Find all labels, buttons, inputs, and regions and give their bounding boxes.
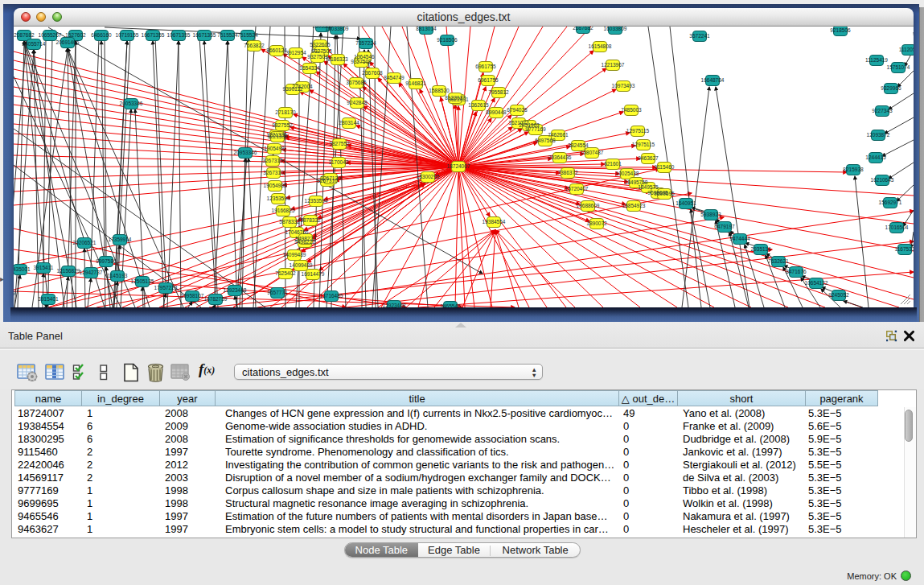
- svg-text:12923448: 12923448: [224, 287, 247, 293]
- svg-text:12975115: 12975115: [626, 128, 650, 134]
- svg-text:24055714: 24055714: [23, 41, 46, 47]
- svg-text:11125419: 11125419: [865, 57, 888, 63]
- svg-text:15720407: 15720407: [565, 186, 589, 192]
- svg-text:1364546: 1364546: [354, 54, 375, 60]
- svg-text:2935114: 2935114: [751, 246, 771, 252]
- svg-text:12353594: 12353594: [267, 196, 290, 201]
- svg-text:16033809: 16033809: [326, 27, 349, 31]
- svg-text:10807487: 10807487: [581, 150, 604, 155]
- svg-text:3915411: 3915411: [34, 265, 54, 270]
- svg-text:16671355: 16671355: [193, 32, 216, 38]
- svg-text:14099489: 14099489: [283, 252, 306, 257]
- svg-text:5878332: 5878332: [300, 217, 321, 223]
- svg-text:18724007: 18724007: [447, 163, 470, 169]
- svg-text:15692971: 15692971: [879, 200, 902, 205]
- svg-text:17046766: 17046766: [285, 229, 309, 235]
- svg-text:9827552: 9827552: [272, 122, 293, 128]
- svg-text:3267310: 3267310: [263, 170, 284, 175]
- svg-text:1905498: 1905498: [264, 146, 285, 151]
- svg-text:16210643: 16210643: [871, 177, 894, 183]
- svg-text:3267130: 3267130: [320, 175, 341, 181]
- svg-text:8215938: 8215938: [843, 167, 864, 172]
- svg-text:12213967: 12213967: [602, 62, 625, 68]
- svg-text:9329966: 9329966: [881, 85, 901, 91]
- svg-text:9997586: 9997586: [96, 258, 117, 264]
- svg-text:9827552: 9827552: [329, 141, 350, 146]
- svg-text:19384554: 19384554: [483, 219, 506, 225]
- svg-text:3675685: 3675685: [346, 80, 367, 85]
- svg-text:2718170: 2718170: [275, 109, 296, 115]
- svg-text:12942737: 12942737: [80, 270, 103, 275]
- svg-text:10973493: 10973493: [612, 83, 635, 89]
- svg-text:10655267: 10655267: [39, 32, 62, 38]
- svg-text:2087682: 2087682: [14, 32, 35, 38]
- svg-text:7515524: 7515524: [217, 32, 238, 38]
- svg-text:16033809: 16033809: [604, 27, 627, 31]
- svg-text:9218506: 9218506: [830, 27, 851, 33]
- svg-text:17359914: 17359914: [109, 237, 132, 242]
- svg-text:9699695: 9699695: [654, 191, 675, 196]
- svg-text:17957223: 17957223: [154, 285, 178, 290]
- svg-text:10654122: 10654122: [805, 280, 828, 286]
- svg-text:16854923: 16854923: [622, 203, 646, 208]
- svg-text:7515524: 7515524: [237, 32, 258, 38]
- svg-text:5322605: 5322605: [310, 42, 331, 47]
- svg-text:5938923: 5938923: [700, 212, 721, 217]
- svg-text:19166825: 19166825: [272, 208, 295, 213]
- svg-text:16782759: 16782759: [204, 296, 228, 302]
- svg-text:10958107: 10958107: [181, 293, 204, 299]
- svg-text:7462661: 7462661: [548, 132, 569, 138]
- svg-text:1112051: 1112051: [899, 47, 914, 52]
- svg-text:10719155: 10719155: [116, 32, 139, 38]
- svg-text:7632621: 7632621: [768, 258, 789, 264]
- svg-text:20691406: 20691406: [56, 39, 80, 45]
- svg-text:19054985: 19054985: [264, 183, 287, 188]
- svg-text:1890072: 1890072: [586, 220, 607, 226]
- svg-text:16154808: 16154808: [589, 43, 612, 49]
- svg-text:14099489: 14099489: [290, 262, 313, 268]
- svg-text:1145193: 1145193: [108, 273, 128, 278]
- svg-text:6466160: 6466160: [91, 32, 112, 38]
- svg-text:7625402: 7625402: [275, 270, 296, 276]
- svg-text:1244415: 1244415: [865, 154, 886, 160]
- svg-text:6794028: 6794028: [507, 107, 528, 113]
- svg-text:7857224: 7857224: [355, 40, 376, 46]
- svg-text:6479197: 6479197: [714, 224, 735, 229]
- svg-text:9327508: 9327508: [351, 59, 372, 64]
- svg-text:1654334: 1654334: [299, 65, 320, 71]
- svg-text:12975115: 12975115: [632, 142, 655, 147]
- svg-text:621601: 621601: [604, 161, 622, 167]
- svg-text:1167533: 1167533: [895, 246, 914, 252]
- svg-text:1527602: 1527602: [65, 32, 86, 38]
- svg-text:8471676: 8471676: [786, 269, 807, 274]
- svg-text:7955812: 7955812: [488, 89, 509, 95]
- svg-text:9474444: 9474444: [729, 236, 750, 241]
- svg-text:16648784: 16648784: [701, 77, 725, 83]
- svg-text:8186323: 8186323: [327, 56, 348, 62]
- svg-text:8813014: 8813014: [416, 27, 437, 31]
- svg-text:2687682: 2687682: [573, 27, 593, 31]
- svg-text:1640951: 1640951: [676, 200, 696, 206]
- svg-text:12156829: 12156829: [57, 268, 80, 274]
- svg-text:20364436: 20364436: [548, 154, 572, 160]
- svg-text:9242848: 9242848: [347, 100, 368, 105]
- svg-text:9390112: 9390112: [283, 86, 303, 92]
- svg-text:3267310: 3267310: [262, 158, 283, 163]
- svg-text:9327503: 9327503: [311, 48, 332, 54]
- svg-text:8660124: 8660124: [266, 47, 287, 53]
- svg-text:2803144: 2803144: [339, 120, 359, 126]
- svg-text:6497568: 6497568: [535, 138, 556, 143]
- svg-text:16671355: 16671355: [142, 32, 165, 38]
- svg-text:12505135: 12505135: [131, 278, 154, 284]
- svg-text:10025438: 10025438: [616, 171, 639, 176]
- svg-text:9245052: 9245052: [828, 292, 849, 298]
- svg-text:9777169: 9777169: [525, 126, 546, 132]
- svg-text:1362615: 1362615: [468, 102, 489, 108]
- svg-text:3824554: 3824554: [568, 142, 589, 148]
- svg-text:17016504: 17016504: [885, 225, 909, 230]
- svg-text:12353594: 12353594: [305, 198, 328, 204]
- svg-text:7386372: 7386372: [557, 170, 578, 175]
- svg-text:3572241: 3572241: [689, 33, 710, 39]
- svg-text:20953346: 20953346: [234, 150, 257, 155]
- svg-text:16914479: 16914479: [302, 271, 325, 277]
